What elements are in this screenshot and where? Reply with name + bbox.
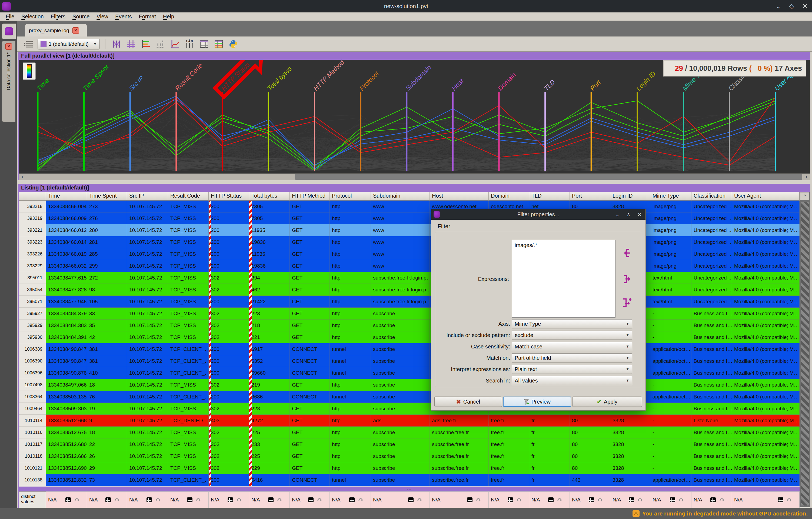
cell[interactable]: - (650, 308, 691, 319)
cell[interactable]: TCP_MISS (168, 212, 209, 224)
cell[interactable]: 6352 (249, 355, 290, 367)
cell[interactable]: 98 (87, 284, 127, 296)
cell[interactable]: application/oct… (650, 391, 691, 403)
cell[interactable]: 3328 (610, 462, 650, 474)
plot-horizontal-scrollbar[interactable]: ‹ › (19, 174, 810, 180)
refresh-icon[interactable] (236, 497, 242, 502)
axis-time[interactable] (37, 92, 39, 171)
cell[interactable]: Business and I… (691, 367, 732, 379)
cell[interactable]: tunnel (330, 474, 371, 486)
cell[interactable]: 302 (209, 331, 249, 343)
scroll-up-icon[interactable]: ⌃ (800, 192, 809, 200)
distinct-list-icon[interactable] (408, 497, 414, 502)
axis-user-agent[interactable] (775, 92, 776, 171)
cell[interactable]: subscribe (371, 474, 430, 486)
cell[interactable]: Business and I… (691, 308, 732, 319)
cell[interactable]: GET (290, 248, 330, 260)
cell[interactable]: 10.107.145.72 (127, 284, 168, 296)
cell[interactable]: 10.107.145.72 (127, 391, 168, 403)
cell[interactable]: fr (529, 438, 570, 450)
number-columns-icon[interactable]: 123 (184, 38, 195, 50)
dropdown-search-in[interactable]: All values▼ (512, 376, 632, 385)
cell[interactable]: 200 (209, 391, 249, 403)
cell[interactable]: Uncategorized … (691, 201, 732, 212)
cell[interactable]: 272 (87, 272, 127, 284)
cell[interactable]: 403 (209, 415, 249, 427)
cell[interactable]: http (330, 415, 371, 427)
cell[interactable]: 1334038466.009 (46, 212, 87, 224)
cell[interactable]: www (371, 224, 430, 236)
cell[interactable]: GET (290, 379, 330, 391)
cell[interactable]: Mozilla/4.0 (compatible; M… (732, 367, 800, 379)
cell[interactable]: - (650, 403, 691, 415)
cell[interactable]: Mozilla/4.0 (compatible; M… (732, 272, 800, 284)
cell[interactable]: 1334038466.032 (46, 260, 87, 272)
cell[interactable]: Mozilla/4.0 (compatible; M… (732, 438, 800, 450)
cell[interactable]: GET (290, 236, 330, 248)
cell[interactable]: 26 (87, 450, 127, 462)
cell[interactable]: CONNECT (290, 355, 330, 367)
cell[interactable]: 302 (209, 272, 249, 284)
table-row[interactable]: 10063901334038490.84738110.107.145.72TCP… (19, 355, 800, 367)
axis-subdomain[interactable] (406, 92, 407, 171)
cell[interactable]: free.fr (489, 415, 529, 427)
cell[interactable]: TCP_MISS (168, 236, 209, 248)
cell[interactable]: http (330, 450, 371, 462)
cell[interactable]: image/png (650, 248, 691, 260)
cell[interactable]: subscribe.free.fr (430, 462, 489, 474)
cell[interactable]: 69660 (249, 367, 290, 379)
distinct-list-icon[interactable] (548, 497, 554, 502)
cell[interactable]: 394 (249, 272, 290, 284)
cell[interactable]: CONNECT (290, 343, 330, 355)
cell[interactable]: subscribe (371, 427, 430, 438)
cell[interactable]: subscribe (371, 379, 430, 391)
cell[interactable]: 219 (249, 379, 290, 391)
cell[interactable]: 10.107.145.72 (127, 331, 168, 343)
distinct-list-icon[interactable] (629, 497, 634, 502)
cell[interactable]: GET (290, 427, 330, 438)
cell[interactable]: 302 (209, 284, 249, 296)
cell[interactable]: Mozilla/4.0 (compatible; M… (732, 391, 800, 403)
preview-button[interactable]: Preview (503, 397, 571, 407)
cell[interactable]: 10.107.145.72 (127, 260, 168, 272)
cell[interactable]: 3328 (610, 427, 650, 438)
cell[interactable]: GET (290, 260, 330, 272)
cell[interactable]: 19836 (249, 236, 290, 248)
cell[interactable]: 7305 (249, 212, 290, 224)
cell[interactable]: Business and I… (691, 403, 732, 415)
cell[interactable]: 9 (87, 415, 127, 427)
cell[interactable]: 10.107.145.72 (127, 308, 168, 319)
cell[interactable]: 1334038484.391 (46, 331, 87, 343)
cell[interactable]: 10.107.145.72 (127, 201, 168, 212)
column-header-classification[interactable]: Classification (691, 192, 732, 201)
axis-login-id[interactable] (637, 92, 638, 171)
cell[interactable]: Mozilla/4.0 (compatible; M… (732, 201, 800, 212)
cell[interactable]: 223 (249, 403, 290, 415)
cell[interactable]: fr (529, 474, 570, 486)
cell[interactable]: 10.107.145.72 (127, 427, 168, 438)
table-row[interactable]: 10063891334038490.84738110.107.145.72TCP… (19, 343, 800, 355)
table-row[interactable]: 10101381334038512.8327310.107.145.72TCP_… (19, 474, 800, 486)
cell[interactable]: free.fr (489, 474, 529, 486)
refresh-icon[interactable] (155, 497, 161, 502)
cell[interactable]: 80 (570, 450, 610, 462)
export-add-expressions-icon[interactable] (620, 296, 633, 309)
cell[interactable]: 80 (570, 438, 610, 450)
cell[interactable]: 410 (87, 367, 127, 379)
cell[interactable]: Mozilla/4.0 (compatible; M… (732, 403, 800, 415)
dropdown-match-on[interactable]: Part of the field▼ (512, 353, 632, 363)
cell[interactable]: - (650, 462, 691, 474)
cell[interactable]: fr (529, 462, 570, 474)
column-header-domain[interactable]: Domain (489, 192, 529, 201)
cell[interactable]: Business and I… (691, 379, 732, 391)
refresh-icon[interactable] (277, 497, 283, 502)
cell[interactable]: http (330, 212, 371, 224)
cell[interactable]: 302 (209, 438, 249, 450)
column-header-port[interactable]: Port (570, 192, 610, 201)
parallel-coordinates-plot[interactable]: TimeTime SpentSrc IPResult CodeHTTP Stat… (19, 60, 810, 180)
close-icon[interactable]: ✕ (5, 43, 12, 50)
axis-http-status[interactable] (222, 92, 223, 171)
dropdown-axis[interactable]: Mime Type▼ (512, 319, 632, 328)
cell[interactable]: 1334038466.004 (46, 201, 87, 212)
cell[interactable]: application/oct… (650, 343, 691, 355)
